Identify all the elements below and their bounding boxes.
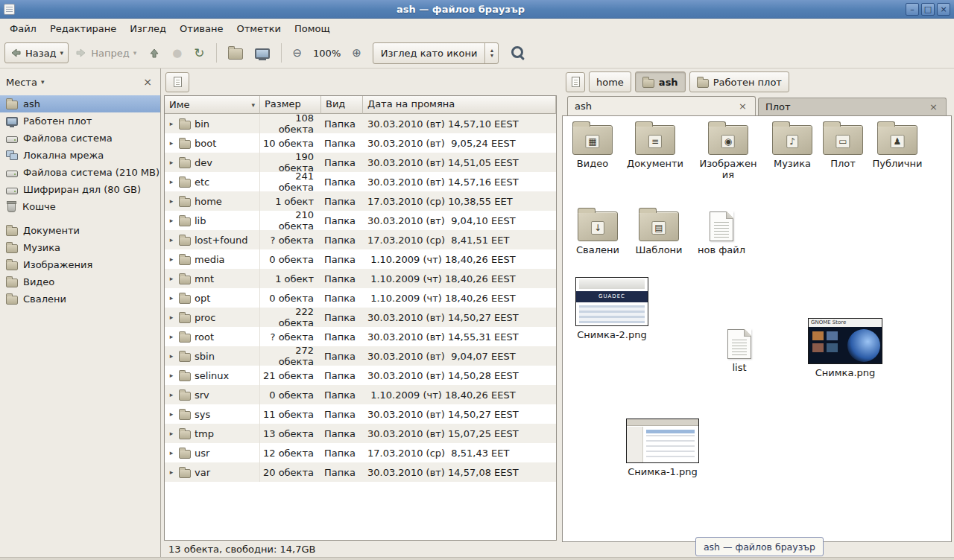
expander-icon[interactable]: ▸ bbox=[168, 217, 175, 224]
tree-row-root[interactable]: ▸root? обектаПапка30.03.2010 (вт) 14,55,… bbox=[165, 327, 556, 346]
column-header-date[interactable]: Дата на промяна bbox=[363, 96, 556, 114]
tree-row-usr[interactable]: ▸usr12 обектаПапка17.03.2010 (ср) 8,51,4… bbox=[165, 443, 556, 462]
icon-folder-templates[interactable]: ▤ Шаблони bbox=[628, 211, 690, 256]
expander-icon[interactable]: ▸ bbox=[168, 120, 175, 127]
path-edit-toggle-button[interactable] bbox=[566, 72, 585, 92]
icon-image-snimka[interactable]: GNOME Store Снимка.png bbox=[806, 318, 884, 379]
places-title[interactable]: Места bbox=[6, 77, 37, 88]
menu-edit[interactable]: Редактиране bbox=[43, 20, 123, 37]
zoom-out-button[interactable]: ⊖ bbox=[288, 42, 308, 64]
tab-close-button[interactable]: × bbox=[928, 101, 939, 112]
column-header-size[interactable]: Размер bbox=[260, 96, 321, 114]
tree-row-lib[interactable]: ▸lib210 обектаПапка30.03.2010 (вт) 9,04,… bbox=[165, 211, 556, 230]
home-button[interactable] bbox=[223, 42, 248, 64]
view-mode-spinner[interactable]: ▴ ▾ bbox=[484, 43, 498, 63]
tree-row-mnt[interactable]: ▸mnt1 обектПапка 1.10.2009 (чт) 18,40,26… bbox=[165, 269, 556, 288]
up-button[interactable] bbox=[143, 42, 165, 63]
menu-go[interactable]: Отиване bbox=[173, 20, 230, 37]
view-mode-select[interactable]: Изглед като икони ▴ ▾ bbox=[373, 42, 499, 64]
path-button-desktop[interactable]: Работен плот bbox=[689, 71, 789, 92]
icon-image-snimka1[interactable]: Снимка-1.png bbox=[625, 419, 701, 478]
icon-file-new[interactable]: нов файл bbox=[690, 211, 753, 256]
path-button-home[interactable]: home bbox=[589, 71, 631, 92]
column-header-name[interactable]: Име ▾ bbox=[165, 96, 260, 114]
tree-row-opt[interactable]: ▸opt0 обектаПапка 1.10.2009 (чт) 18,40,2… bbox=[165, 288, 556, 308]
minimize-button[interactable]: – bbox=[906, 3, 919, 16]
expander-icon[interactable]: ▸ bbox=[168, 314, 175, 321]
tab-close-button[interactable]: × bbox=[737, 101, 748, 112]
tree-row-bin[interactable]: ▸bin108 обектаПапка30.03.2010 (вт) 14,57… bbox=[165, 114, 556, 133]
sidebar-item-filesystem-210mb[interactable]: Файлова система (210 MB) bbox=[0, 164, 160, 181]
sidebar-item-music[interactable]: Музика bbox=[0, 239, 160, 256]
tree-row-sbin[interactable]: ▸sbin272 обектаПапка30.03.2010 (вт) 9,04… bbox=[165, 346, 556, 366]
icon-image-snimka2[interactable]: GUADEC Снимка-2.png bbox=[574, 277, 650, 341]
menu-bookmarks[interactable]: Отметки bbox=[230, 20, 287, 37]
tree-row-var[interactable]: ▸var20 обектаПапка30.03.2010 (вт) 14,57,… bbox=[165, 462, 556, 482]
sidebar-item-trash[interactable]: Кошче bbox=[0, 198, 160, 215]
expander-icon[interactable]: ▸ bbox=[168, 197, 175, 205]
sidebar-item-downloads[interactable]: Свалени bbox=[0, 290, 160, 308]
tree-row-srv[interactable]: ▸srv0 обектаПапка 1.10.2009 (чт) 18,40,2… bbox=[165, 385, 556, 404]
computer-button[interactable] bbox=[250, 43, 275, 63]
icon-file-list[interactable]: list bbox=[708, 329, 771, 374]
maximize-button[interactable]: □ bbox=[921, 3, 935, 16]
expander-icon[interactable]: ▸ bbox=[168, 275, 175, 282]
path-button-ash[interactable]: ash bbox=[635, 71, 686, 92]
sidebar-item-pictures[interactable]: Изображения bbox=[0, 256, 160, 273]
expander-icon[interactable]: ▸ bbox=[168, 159, 175, 166]
icon-folder-documents[interactable]: ≡ Документи bbox=[624, 125, 686, 170]
expander-icon[interactable]: ▸ bbox=[168, 468, 175, 476]
expander-icon[interactable]: ▸ bbox=[168, 449, 175, 456]
tab-plot[interactable]: Плот × bbox=[758, 98, 947, 115]
sidebar-item-ash[interactable]: ash bbox=[0, 95, 160, 112]
stop-button[interactable]: ● bbox=[167, 42, 187, 64]
icon-folder-downloads[interactable]: ↓ Свалени bbox=[566, 211, 629, 256]
expander-icon[interactable]: ▸ bbox=[168, 178, 175, 185]
tree-row-media[interactable]: ▸media0 обектаПапка 1.10.2009 (чт) 18,40… bbox=[165, 249, 556, 269]
search-button[interactable] bbox=[506, 42, 530, 64]
tree-row-selinux[interactable]: ▸selinux21 обектаПапка30.03.2010 (вт) 14… bbox=[165, 366, 556, 385]
icon-folder-public[interactable]: ♟ Публични bbox=[866, 125, 929, 170]
menu-help[interactable]: Помощ bbox=[288, 20, 337, 37]
icon-view[interactable]: ▦ Видео ≡ Документи ◉ Изображения ♪ Музи… bbox=[562, 115, 952, 542]
expander-icon[interactable]: ▸ bbox=[168, 255, 175, 263]
tree-row-home[interactable]: ▸home1 обектПапка17.03.2010 (ср) 10,38,5… bbox=[165, 191, 556, 211]
sidebar-item-filesystem[interactable]: Файлова система bbox=[0, 130, 160, 147]
icon-folder-video[interactable]: ▦ Видео bbox=[562, 125, 624, 170]
sidebar-item-encrypted-80gb[interactable]: Шифриран дял (80 GB) bbox=[0, 181, 160, 198]
back-dropdown-icon[interactable]: ▾ bbox=[60, 49, 64, 57]
reload-button[interactable]: ↻ bbox=[189, 41, 209, 65]
expander-icon[interactable]: ▸ bbox=[168, 410, 175, 418]
expander-icon[interactable]: ▸ bbox=[168, 352, 175, 360]
zoom-in-button[interactable]: ⊕ bbox=[347, 42, 367, 64]
taskbar-window-button[interactable]: ash — файлов браузър bbox=[695, 537, 824, 556]
tree-row-sys[interactable]: ▸sys11 обектаПапка30.03.2010 (вт) 14,50,… bbox=[165, 404, 556, 424]
expander-icon[interactable]: ▸ bbox=[168, 372, 175, 379]
icon-folder-pictures[interactable]: ◉ Изображения bbox=[697, 125, 759, 181]
expander-icon[interactable]: ▸ bbox=[168, 236, 175, 244]
expander-icon[interactable]: ▸ bbox=[168, 333, 175, 340]
expander-icon[interactable]: ▸ bbox=[168, 391, 175, 398]
tab-ash[interactable]: ash × bbox=[567, 96, 756, 115]
menu-file[interactable]: Файл bbox=[3, 20, 43, 37]
sidebar-item-network[interactable]: Локална мрежа bbox=[0, 147, 160, 164]
column-header-type[interactable]: Вид bbox=[321, 96, 363, 114]
forward-button[interactable]: Напред ▾ bbox=[70, 42, 142, 63]
places-close-button[interactable]: × bbox=[141, 76, 154, 88]
tree-row-boot[interactable]: ▸boot10 обектаПапка30.03.2010 (вт) 9,05,… bbox=[165, 133, 556, 153]
icon-folder-desktop[interactable]: ▭ Плот bbox=[812, 125, 874, 170]
places-dropdown-icon[interactable]: ▾ bbox=[41, 78, 45, 86]
expander-icon[interactable]: ▸ bbox=[168, 139, 175, 147]
tree-row-dev[interactable]: ▸dev190 обектаПапка30.03.2010 (вт) 14,51… bbox=[165, 153, 556, 172]
tree-row-lost+found[interactable]: ▸lost+found? обектаПапка17.03.2010 (ср) … bbox=[165, 230, 556, 249]
expander-icon[interactable]: ▸ bbox=[168, 294, 175, 302]
tree-row-etc[interactable]: ▸etc241 обектаПапка30.03.2010 (вт) 14,57… bbox=[165, 172, 556, 191]
tree-row-tmp[interactable]: ▸tmp13 обектаПапка30.03.2010 (вт) 15,07,… bbox=[165, 424, 556, 443]
sidebar-item-video[interactable]: Видео bbox=[0, 273, 160, 290]
menu-view[interactable]: Изглед bbox=[123, 20, 173, 37]
expander-icon[interactable]: ▸ bbox=[168, 430, 175, 437]
close-button[interactable]: × bbox=[937, 3, 950, 16]
location-toggle-button[interactable] bbox=[165, 72, 189, 92]
sidebar-item-desktop[interactable]: Работен плот bbox=[0, 112, 160, 130]
tree-row-proc[interactable]: ▸proc222 обектаПапка30.03.2010 (вт) 14,5… bbox=[165, 308, 556, 327]
